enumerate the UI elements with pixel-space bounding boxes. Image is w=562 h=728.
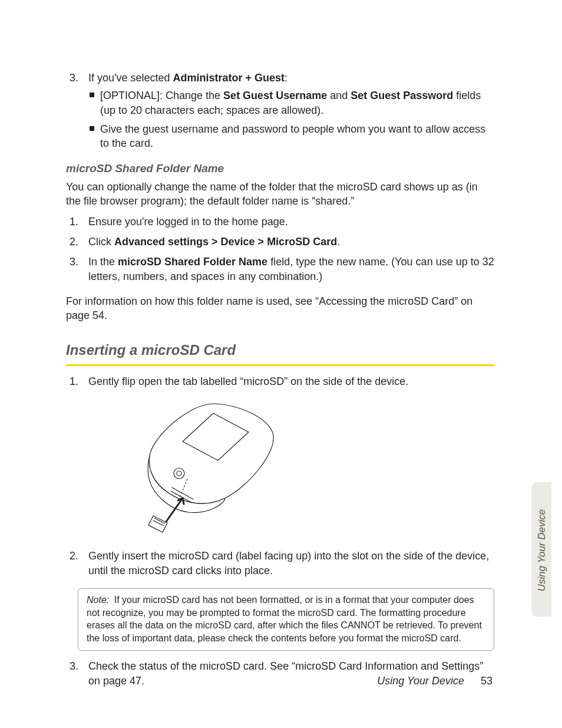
list-item: 1. Gently flip open the tab labelled “mi…	[66, 374, 494, 388]
device-illustration	[137, 399, 494, 538]
list-number: 3.	[70, 71, 78, 85]
list-text: Ensure you're logged in to the home page…	[88, 216, 288, 228]
shared-folder-steps: 1. Ensure you're logged in to the home p…	[66, 215, 494, 284]
thumb-tab-label: Using Your Device	[535, 509, 549, 591]
page-number: 53	[481, 675, 492, 687]
list-item: 3. In the microSD Shared Folder Name fie…	[66, 255, 494, 284]
list-text: In the microSD Shared Folder Name field,…	[88, 256, 494, 282]
section-heading: Inserting a microSD Card	[66, 341, 494, 362]
list-item: 2. Click Advanced settings > Device > Mi…	[66, 235, 494, 249]
insert-card-steps: 1. Gently flip open the tab labelled “mi…	[66, 374, 494, 388]
list-text: Gently insert the microSD card (label fa…	[88, 550, 489, 576]
page: 3. If you've selected Administrator + Gu…	[0, 0, 562, 728]
list-number: 3.	[70, 255, 78, 269]
microsd-device-icon	[137, 399, 290, 535]
note-text: If your microSD card has not been format…	[87, 595, 482, 643]
list-number: 2.	[70, 549, 78, 563]
sublist: [OPTIONAL]: Change the Set Guest Usernam…	[88, 88, 494, 150]
subsection-heading: microSD Shared Folder Name	[66, 161, 494, 176]
admin-guest-list: 3. If you've selected Administrator + Gu…	[66, 71, 494, 150]
list-text: Gently flip open the tab labelled “micro…	[88, 375, 408, 387]
list-text: If you've selected Administrator + Guest…	[88, 72, 287, 84]
list-item: 1. Ensure you're logged in to the home p…	[66, 215, 494, 229]
paragraph: You can optionally change the name of th…	[66, 180, 494, 209]
footer-title: Using Your Device	[377, 675, 464, 687]
insert-card-steps-cont: 2. Gently insert the microSD card (label…	[66, 549, 494, 578]
list-number: 3.	[70, 659, 78, 673]
list-item: 2. Gently insert the microSD card (label…	[66, 549, 494, 578]
page-footer: Using Your Device53	[377, 674, 492, 688]
note-label: Note:	[87, 595, 109, 605]
list-number: 2.	[70, 235, 78, 249]
list-number: 1.	[70, 215, 78, 229]
list-item: Give the guest username and password to …	[88, 122, 494, 151]
note-box: Note: If your microSD card has not been …	[78, 588, 494, 651]
svg-point-0	[174, 468, 184, 479]
list-item: [OPTIONAL]: Change the Set Guest Usernam…	[88, 88, 494, 117]
section-rule	[66, 364, 494, 366]
list-item: 3. If you've selected Administrator + Gu…	[66, 71, 494, 150]
list-number: 1.	[70, 374, 78, 388]
list-text: Click Advanced settings > Device > Micro…	[88, 236, 340, 248]
thumb-tab: Using Your Device	[531, 482, 551, 617]
paragraph: For information on how this folder name …	[66, 294, 494, 323]
svg-point-1	[177, 471, 181, 476]
